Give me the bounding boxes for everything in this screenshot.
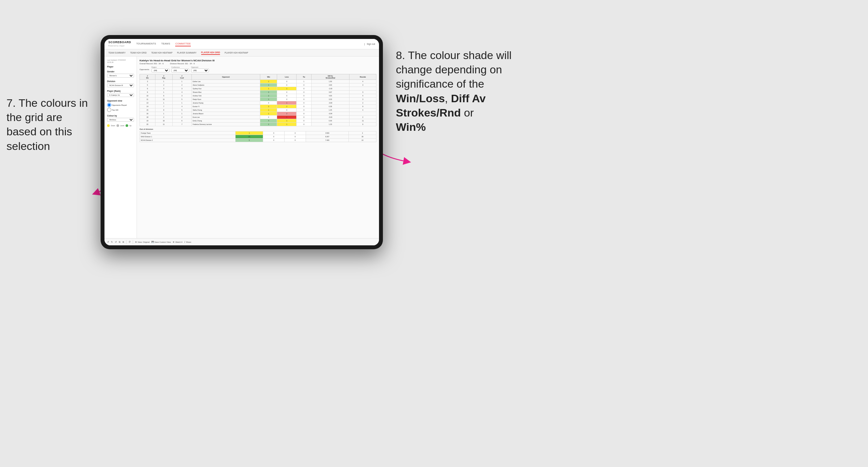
cell-tie: 0 (297, 108, 311, 112)
nav-teams[interactable]: TEAMS (161, 41, 170, 46)
legend-down-dot (107, 124, 110, 127)
tablet-screen: SCOREBOARD Powered by clippd TOURNAMENTS… (104, 39, 379, 245)
cell-tie: 0 (297, 94, 311, 98)
cell-win: 1 (236, 131, 263, 135)
sub-nav-player-h2h-heatmap[interactable]: PLAYER H2H HEATMAP (224, 51, 248, 55)
step-back-icon[interactable]: ↺ (115, 241, 117, 243)
app-nav: SCOREBOARD Powered by clippd TOURNAMENTS… (104, 39, 379, 49)
nav-tournaments[interactable]: TOURNAMENTS (136, 41, 156, 46)
cell-rounds (349, 112, 376, 116)
sidebar-colour-section: Colour by Win/loss (107, 115, 134, 122)
share-btn[interactable]: ⤴ Share (184, 241, 191, 243)
player-rank-select[interactable]: 8. Katelyn Vo (107, 93, 134, 97)
gender-select[interactable]: Women's (107, 74, 134, 77)
cell-diff: 7.400 (306, 138, 349, 142)
paste-icon[interactable]: ⊕ (122, 241, 124, 243)
cell-reg: 2 (155, 116, 172, 119)
nav-right: | Sign out (364, 43, 375, 45)
cell-conf: 4 (172, 91, 191, 94)
grid-records: Overall Record: 353 - 34 - 6 Division Re… (140, 63, 376, 65)
view-original-btn[interactable]: 👁 View: Original (135, 241, 150, 243)
save-custom-label: Save Custom View (154, 241, 171, 243)
copy-icon[interactable]: ⧉ (119, 241, 120, 243)
table-row: 10 6 3 Andrea York 2 0 0 4.00 4 (140, 94, 376, 98)
cell-diff: -3.00 (311, 101, 349, 105)
cell-conf: 1 (172, 112, 191, 116)
timer-icon[interactable]: ⏱ (128, 241, 131, 243)
cell-div: 15 (140, 108, 155, 112)
cell-diff: 3.67 (311, 91, 349, 94)
sub-nav-team-h2h-heatmap[interactable]: TEAM H2H HEATMAP (151, 51, 173, 55)
cell-div: 5 (140, 84, 155, 87)
sidebar: Last Updated: 27/03/2024 16:55:38 Player… (104, 57, 137, 238)
division-label: Division (107, 80, 134, 83)
nav-committee[interactable]: COMMITTEE (175, 41, 191, 46)
last-updated-time: 16:55:38 (107, 61, 113, 63)
cell-div: 6 (140, 87, 155, 91)
logo-text: SCOREBOARD (108, 40, 131, 44)
region-filter-label: Region (152, 66, 157, 68)
cell-div: 18 (140, 116, 155, 119)
annotation-right: 8. The colour shade will change dependin… (396, 48, 532, 134)
overall-record-value: 353 - 34 - 6 (153, 63, 163, 65)
save-custom-btn[interactable]: 💾 Save Custom View (152, 241, 171, 243)
cell-rounds (349, 87, 376, 91)
sidebar-player-section: Player (107, 66, 134, 68)
cell-reg: 2 (155, 84, 172, 87)
radio-opponents-played[interactable]: Opponents Played (107, 103, 134, 107)
cell-tie: 0 (297, 123, 311, 126)
cell-rounds: 3 (349, 98, 376, 101)
watch-icon: 👁 (173, 241, 175, 243)
col-tie: Tie (297, 74, 311, 80)
cell-loss: 1 (277, 116, 297, 119)
conference-filter-select[interactable]: (All) (171, 68, 189, 72)
cell-diff: 0.38 (311, 105, 349, 108)
cell-tie: 1 (297, 80, 311, 84)
cell-loss: 0 (263, 135, 285, 138)
radio-top100[interactable]: Top 100 (107, 108, 134, 112)
cell-diff: 9.267 (306, 135, 349, 138)
watch-chevron: ▾ (181, 241, 182, 243)
cell-diff: 4.00 (311, 94, 349, 98)
annotation-left-text: 7. The colours in the grid are based on … (6, 97, 88, 152)
powered-text: Powered by clippd (108, 45, 124, 47)
bottom-toolbar: ↺ ↻ ↺ ⧉ ⊕ ⏱ 👁 View: Original 💾 Save Cust… (104, 238, 379, 245)
player-label: Player (107, 66, 134, 68)
cell-conf: 7 (172, 123, 191, 126)
table-row: 9 1 4 Sharon Mun 2 0 0 3.67 3 (140, 91, 376, 94)
sub-nav-player-h2h-grid[interactable]: PLAYER H2H GRID (201, 51, 220, 55)
cell-rounds: 2 (349, 116, 376, 119)
cell-diff: -0.94 (311, 112, 349, 116)
watch-btn[interactable]: 👁 Watch ▾ (173, 241, 182, 243)
cell-opponent: Sharon Mun (191, 91, 260, 94)
main-content: Last Updated: 27/03/2024 16:55:38 Player… (104, 57, 379, 238)
colour-by-select[interactable]: Win/loss (107, 118, 134, 122)
cell-rounds: 4 (349, 108, 376, 112)
cell-rounds: 9 (349, 105, 376, 108)
legend-up-label: Up (129, 125, 131, 127)
table-row: 18 2 2 Euna Lee 0 1 0 -5.00 2 (140, 116, 376, 119)
overall-record: Overall Record: 353 - 34 - 6 (140, 63, 163, 65)
cell-loss: 2 (277, 105, 297, 108)
opponent-filter-select[interactable]: (All) (191, 68, 209, 72)
opponent-filter-group: Opponent (All) (191, 66, 209, 72)
region-filter-select[interactable]: (All) (152, 68, 169, 72)
cell-opponent: Euna Lee (191, 116, 260, 119)
division-select[interactable]: NCAA Division III (107, 84, 134, 87)
cell-reg: 3 (155, 87, 172, 91)
sign-out-link[interactable]: Sign out (367, 43, 375, 45)
sub-nav-team-summary[interactable]: TEAM SUMMARY (108, 51, 126, 55)
cell-reg: 1 (155, 112, 172, 116)
redo-icon[interactable]: ↻ (111, 241, 113, 243)
cell-rounds: 2 (349, 101, 376, 105)
table-row: NCAA Division 2 5 0 0 7.400 10 (140, 138, 376, 142)
cell-reg: 10 (155, 119, 172, 123)
cell-rounds: 4 (349, 80, 376, 84)
sub-nav-team-h2h-grid[interactable]: TEAM H2H GRID (130, 51, 147, 55)
sub-nav-player-summary[interactable]: PLAYER SUMMARY (177, 51, 197, 55)
cell-diff: 3.33 (311, 98, 349, 101)
undo-icon[interactable]: ↺ (107, 241, 109, 243)
cell-conf: 3 (172, 87, 191, 91)
cell-div: 10 (140, 94, 155, 98)
legend-level-dot (117, 124, 119, 127)
